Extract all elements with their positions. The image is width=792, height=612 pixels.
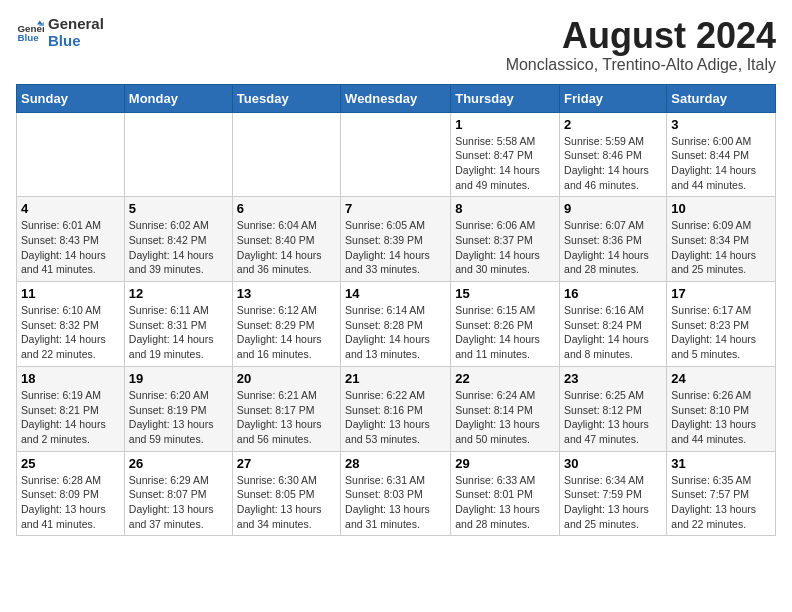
logo-text-general: General xyxy=(48,16,104,33)
day-info: Sunrise: 6:15 AM Sunset: 8:26 PM Dayligh… xyxy=(455,303,555,362)
day-number: 13 xyxy=(237,286,336,301)
calendar-cell: 18Sunrise: 6:19 AM Sunset: 8:21 PM Dayli… xyxy=(17,366,125,451)
calendar-cell: 26Sunrise: 6:29 AM Sunset: 8:07 PM Dayli… xyxy=(124,451,232,536)
day-info: Sunrise: 6:14 AM Sunset: 8:28 PM Dayligh… xyxy=(345,303,446,362)
calendar-cell: 14Sunrise: 6:14 AM Sunset: 8:28 PM Dayli… xyxy=(341,282,451,367)
calendar-cell: 29Sunrise: 6:33 AM Sunset: 8:01 PM Dayli… xyxy=(451,451,560,536)
calendar-cell: 2Sunrise: 5:59 AM Sunset: 8:46 PM Daylig… xyxy=(560,112,667,197)
calendar-cell: 6Sunrise: 6:04 AM Sunset: 8:40 PM Daylig… xyxy=(232,197,340,282)
weekday-header-tuesday: Tuesday xyxy=(232,84,340,112)
day-number: 26 xyxy=(129,456,228,471)
day-info: Sunrise: 6:21 AM Sunset: 8:17 PM Dayligh… xyxy=(237,388,336,447)
day-number: 1 xyxy=(455,117,555,132)
day-info: Sunrise: 6:07 AM Sunset: 8:36 PM Dayligh… xyxy=(564,218,662,277)
day-info: Sunrise: 6:19 AM Sunset: 8:21 PM Dayligh… xyxy=(21,388,120,447)
day-info: Sunrise: 6:22 AM Sunset: 8:16 PM Dayligh… xyxy=(345,388,446,447)
month-year-title: August 2024 xyxy=(506,16,776,56)
day-number: 10 xyxy=(671,201,771,216)
logo: General Blue General Blue xyxy=(16,16,104,49)
svg-text:Blue: Blue xyxy=(17,32,39,43)
logo-icon: General Blue xyxy=(16,19,44,47)
calendar-cell: 20Sunrise: 6:21 AM Sunset: 8:17 PM Dayli… xyxy=(232,366,340,451)
day-number: 27 xyxy=(237,456,336,471)
day-number: 29 xyxy=(455,456,555,471)
calendar-cell: 13Sunrise: 6:12 AM Sunset: 8:29 PM Dayli… xyxy=(232,282,340,367)
day-info: Sunrise: 6:31 AM Sunset: 8:03 PM Dayligh… xyxy=(345,473,446,532)
calendar-body: 1Sunrise: 5:58 AM Sunset: 8:47 PM Daylig… xyxy=(17,112,776,536)
day-number: 19 xyxy=(129,371,228,386)
day-number: 14 xyxy=(345,286,446,301)
calendar-week-5: 25Sunrise: 6:28 AM Sunset: 8:09 PM Dayli… xyxy=(17,451,776,536)
calendar-week-1: 1Sunrise: 5:58 AM Sunset: 8:47 PM Daylig… xyxy=(17,112,776,197)
day-number: 16 xyxy=(564,286,662,301)
day-number: 9 xyxy=(564,201,662,216)
day-info: Sunrise: 6:17 AM Sunset: 8:23 PM Dayligh… xyxy=(671,303,771,362)
day-info: Sunrise: 6:26 AM Sunset: 8:10 PM Dayligh… xyxy=(671,388,771,447)
day-number: 25 xyxy=(21,456,120,471)
day-info: Sunrise: 6:28 AM Sunset: 8:09 PM Dayligh… xyxy=(21,473,120,532)
day-info: Sunrise: 5:58 AM Sunset: 8:47 PM Dayligh… xyxy=(455,134,555,193)
calendar-cell: 24Sunrise: 6:26 AM Sunset: 8:10 PM Dayli… xyxy=(667,366,776,451)
day-number: 4 xyxy=(21,201,120,216)
weekday-header-row: SundayMondayTuesdayWednesdayThursdayFrid… xyxy=(17,84,776,112)
day-info: Sunrise: 6:16 AM Sunset: 8:24 PM Dayligh… xyxy=(564,303,662,362)
title-area: August 2024 Monclassico, Trentino-Alto A… xyxy=(506,16,776,74)
calendar-cell: 17Sunrise: 6:17 AM Sunset: 8:23 PM Dayli… xyxy=(667,282,776,367)
calendar-cell: 4Sunrise: 6:01 AM Sunset: 8:43 PM Daylig… xyxy=(17,197,125,282)
calendar-cell: 30Sunrise: 6:34 AM Sunset: 7:59 PM Dayli… xyxy=(560,451,667,536)
calendar-cell: 8Sunrise: 6:06 AM Sunset: 8:37 PM Daylig… xyxy=(451,197,560,282)
calendar-cell: 10Sunrise: 6:09 AM Sunset: 8:34 PM Dayli… xyxy=(667,197,776,282)
day-info: Sunrise: 6:33 AM Sunset: 8:01 PM Dayligh… xyxy=(455,473,555,532)
day-info: Sunrise: 6:20 AM Sunset: 8:19 PM Dayligh… xyxy=(129,388,228,447)
day-number: 31 xyxy=(671,456,771,471)
calendar-cell: 9Sunrise: 6:07 AM Sunset: 8:36 PM Daylig… xyxy=(560,197,667,282)
calendar-table: SundayMondayTuesdayWednesdayThursdayFrid… xyxy=(16,84,776,537)
calendar-cell: 11Sunrise: 6:10 AM Sunset: 8:32 PM Dayli… xyxy=(17,282,125,367)
day-info: Sunrise: 6:34 AM Sunset: 7:59 PM Dayligh… xyxy=(564,473,662,532)
day-number: 18 xyxy=(21,371,120,386)
calendar-cell: 27Sunrise: 6:30 AM Sunset: 8:05 PM Dayli… xyxy=(232,451,340,536)
day-number: 3 xyxy=(671,117,771,132)
weekday-header-sunday: Sunday xyxy=(17,84,125,112)
day-info: Sunrise: 6:00 AM Sunset: 8:44 PM Dayligh… xyxy=(671,134,771,193)
day-number: 7 xyxy=(345,201,446,216)
calendar-cell: 23Sunrise: 6:25 AM Sunset: 8:12 PM Dayli… xyxy=(560,366,667,451)
day-info: Sunrise: 5:59 AM Sunset: 8:46 PM Dayligh… xyxy=(564,134,662,193)
calendar-cell: 16Sunrise: 6:16 AM Sunset: 8:24 PM Dayli… xyxy=(560,282,667,367)
calendar-cell xyxy=(341,112,451,197)
calendar-cell: 28Sunrise: 6:31 AM Sunset: 8:03 PM Dayli… xyxy=(341,451,451,536)
weekday-header-friday: Friday xyxy=(560,84,667,112)
calendar-week-3: 11Sunrise: 6:10 AM Sunset: 8:32 PM Dayli… xyxy=(17,282,776,367)
calendar-cell: 5Sunrise: 6:02 AM Sunset: 8:42 PM Daylig… xyxy=(124,197,232,282)
day-number: 2 xyxy=(564,117,662,132)
day-info: Sunrise: 6:10 AM Sunset: 8:32 PM Dayligh… xyxy=(21,303,120,362)
calendar-week-4: 18Sunrise: 6:19 AM Sunset: 8:21 PM Dayli… xyxy=(17,366,776,451)
day-number: 11 xyxy=(21,286,120,301)
day-info: Sunrise: 6:01 AM Sunset: 8:43 PM Dayligh… xyxy=(21,218,120,277)
day-number: 17 xyxy=(671,286,771,301)
day-info: Sunrise: 6:29 AM Sunset: 8:07 PM Dayligh… xyxy=(129,473,228,532)
calendar-cell: 1Sunrise: 5:58 AM Sunset: 8:47 PM Daylig… xyxy=(451,112,560,197)
calendar-cell: 12Sunrise: 6:11 AM Sunset: 8:31 PM Dayli… xyxy=(124,282,232,367)
day-info: Sunrise: 6:35 AM Sunset: 7:57 PM Dayligh… xyxy=(671,473,771,532)
calendar-cell: 15Sunrise: 6:15 AM Sunset: 8:26 PM Dayli… xyxy=(451,282,560,367)
day-number: 8 xyxy=(455,201,555,216)
weekday-header-monday: Monday xyxy=(124,84,232,112)
day-info: Sunrise: 6:24 AM Sunset: 8:14 PM Dayligh… xyxy=(455,388,555,447)
day-info: Sunrise: 6:11 AM Sunset: 8:31 PM Dayligh… xyxy=(129,303,228,362)
day-number: 6 xyxy=(237,201,336,216)
day-info: Sunrise: 6:25 AM Sunset: 8:12 PM Dayligh… xyxy=(564,388,662,447)
calendar-cell xyxy=(232,112,340,197)
calendar-cell xyxy=(17,112,125,197)
calendar-cell: 22Sunrise: 6:24 AM Sunset: 8:14 PM Dayli… xyxy=(451,366,560,451)
location-subtitle: Monclassico, Trentino-Alto Adige, Italy xyxy=(506,56,776,74)
calendar-cell: 19Sunrise: 6:20 AM Sunset: 8:19 PM Dayli… xyxy=(124,366,232,451)
day-number: 12 xyxy=(129,286,228,301)
day-number: 30 xyxy=(564,456,662,471)
day-number: 28 xyxy=(345,456,446,471)
calendar-cell: 21Sunrise: 6:22 AM Sunset: 8:16 PM Dayli… xyxy=(341,366,451,451)
day-info: Sunrise: 6:30 AM Sunset: 8:05 PM Dayligh… xyxy=(237,473,336,532)
day-info: Sunrise: 6:02 AM Sunset: 8:42 PM Dayligh… xyxy=(129,218,228,277)
day-number: 15 xyxy=(455,286,555,301)
logo-text-blue: Blue xyxy=(48,33,104,50)
